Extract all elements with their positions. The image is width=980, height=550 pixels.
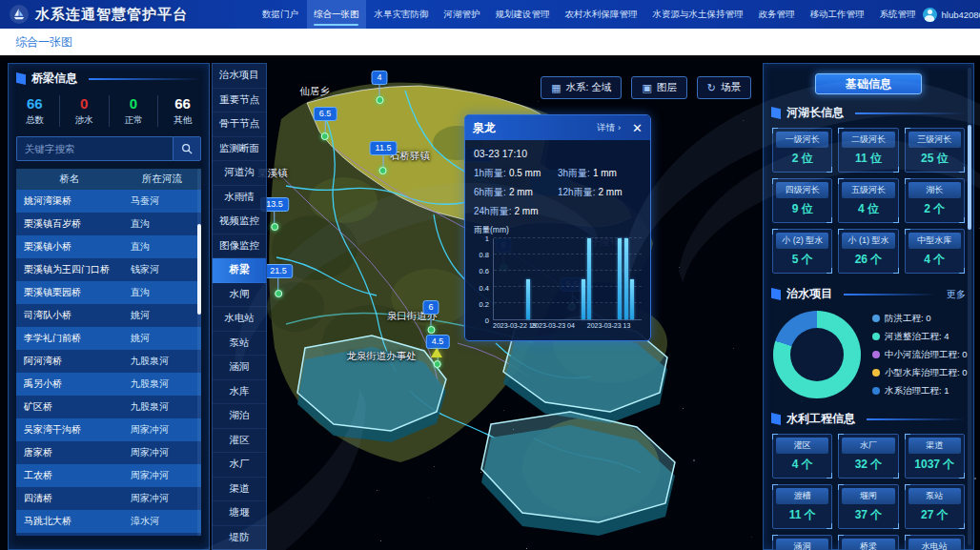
legend-dot-icon bbox=[872, 369, 880, 377]
info-card-渠道: 渠道1037 个 bbox=[905, 434, 965, 479]
table-row[interactable]: 唐家桥周家冲河 bbox=[16, 441, 201, 464]
metric-value: 2 mm bbox=[509, 187, 533, 197]
stat-label: 总数 bbox=[10, 114, 59, 127]
river-name-cell: 周家冲河 bbox=[123, 464, 201, 487]
metric-label: 1h雨量: bbox=[474, 168, 506, 178]
user-menu[interactable]: hlub42080201 ▾ bbox=[923, 8, 980, 22]
map-layer-menu: 治水项目重要节点骨干节点监测断面河道沟水雨情视频监控图像监控桥梁水闸水电站泵站涵… bbox=[212, 63, 267, 550]
nav-item-河湖管护[interactable]: 河湖管护 bbox=[438, 0, 487, 29]
nav-item-农村水利保障管理[interactable]: 农村水利保障管理 bbox=[559, 0, 644, 29]
layer-item-图像监控[interactable]: 图像监控 bbox=[213, 234, 266, 259]
layer-item-水库[interactable]: 水库 bbox=[213, 380, 266, 405]
table-row[interactable]: 国家电网杨家门口大桥漳水河 bbox=[16, 533, 201, 536]
popup-detail-link[interactable]: 详情 › bbox=[597, 122, 621, 134]
info-card-四级河长: 四级河长9 位 bbox=[772, 178, 832, 223]
table-row[interactable]: 吴家湾干沟桥周家冲河 bbox=[16, 418, 201, 441]
marker-value-badge: 11.5 bbox=[370, 141, 398, 155]
map-control-场景[interactable]: ↻场景 bbox=[697, 76, 751, 99]
layer-item-骨干节点[interactable]: 骨干节点 bbox=[213, 112, 266, 137]
layer-item-泵站[interactable]: 泵站 bbox=[213, 332, 266, 356]
y-tick-label: 0.4 bbox=[480, 283, 489, 292]
bridge-name-cell: 栗溪镇栗园桥 bbox=[16, 281, 123, 304]
layer-item-水闸[interactable]: 水闸 bbox=[213, 283, 266, 308]
stat-value: 66 bbox=[10, 95, 59, 112]
close-icon[interactable]: ✕ bbox=[632, 122, 643, 134]
legend-text: 中小河流治理工程: 0 bbox=[885, 349, 968, 361]
layer-item-湖泊[interactable]: 湖泊 bbox=[213, 404, 266, 429]
layer-item-河道沟[interactable]: 河道沟 bbox=[213, 161, 266, 186]
warning-triangle-marker[interactable] bbox=[431, 348, 442, 357]
search-button[interactable] bbox=[173, 136, 201, 161]
marker-stem bbox=[378, 85, 379, 96]
layers-icon: ▣ bbox=[642, 82, 651, 94]
breadcrumb[interactable]: 综合一张图 bbox=[15, 34, 72, 51]
station-marker[interactable]: 11.5 bbox=[370, 141, 398, 174]
bridge-name-cell: 司湾队小桥 bbox=[16, 304, 123, 327]
nav-item-综合一张图[interactable]: 综合一张图 bbox=[307, 0, 366, 29]
table-row[interactable]: 禹另小桥九股泉河 bbox=[16, 373, 201, 396]
layer-item-治水项目[interactable]: 治水项目 bbox=[213, 64, 266, 89]
layer-item-塘堰[interactable]: 塘堰 bbox=[213, 501, 266, 526]
legend-text: 水系治理工程: 1 bbox=[885, 385, 949, 397]
layer-item-桥梁[interactable]: 桥梁 bbox=[213, 258, 266, 283]
layer-item-视频监控[interactable]: 视频监控 bbox=[213, 210, 266, 234]
popup-body: 03-23 17:10 1h雨量:0.5 mm3h雨量:1 mm6h雨量:2 m… bbox=[465, 140, 650, 340]
layer-item-堤防[interactable]: 堤防 bbox=[213, 526, 266, 550]
nav-item-数据门户[interactable]: 数据门户 bbox=[255, 0, 305, 29]
river-name-cell: 姚河 bbox=[123, 304, 201, 327]
table-row[interactable]: 四清桥周家冲河 bbox=[16, 487, 201, 510]
table-row[interactable]: 工农桥周家冲河 bbox=[16, 464, 201, 487]
nav-item-移动工作管理[interactable]: 移动工作管理 bbox=[804, 0, 871, 29]
table-row[interactable]: 矿区桥九股泉河 bbox=[16, 396, 201, 418]
basic-info-button[interactable]: 基础信息 bbox=[815, 73, 922, 94]
table-row[interactable]: 李学礼门前桥姚河 bbox=[16, 327, 201, 350]
legend-item-河道整治工程: 河道整治工程: 4 bbox=[872, 331, 968, 343]
metric-label: 6h雨量: bbox=[474, 187, 506, 197]
layer-item-水电站[interactable]: 水电站 bbox=[213, 307, 266, 332]
table-row[interactable]: 栗溪镇小桥直沟 bbox=[16, 235, 201, 258]
table-scrollbar[interactable] bbox=[197, 169, 201, 536]
more-link[interactable]: 更多 bbox=[947, 288, 966, 301]
card-label: 涵洞 bbox=[776, 539, 828, 550]
nav-item-政务管理[interactable]: 政务管理 bbox=[752, 0, 802, 29]
station-marker[interactable]: 6.5 bbox=[314, 107, 337, 140]
table-row[interactable]: 阿河湾桥九股泉河 bbox=[16, 350, 201, 373]
marker-pin-icon bbox=[321, 132, 329, 140]
table-row[interactable]: 栗溪镇栗园桥直沟 bbox=[16, 281, 201, 304]
search-input[interactable] bbox=[16, 136, 173, 161]
panel-scrollbar[interactable] bbox=[968, 68, 971, 545]
scrollbar-thumb[interactable] bbox=[968, 125, 971, 230]
layer-item-灌区[interactable]: 灌区 bbox=[213, 429, 266, 454]
station-marker[interactable]: 6 bbox=[422, 300, 439, 334]
nav-item-水资源与水土保持管理[interactable]: 水资源与水土保持管理 bbox=[646, 0, 750, 29]
nav-item-规划建设管理[interactable]: 规划建设管理 bbox=[489, 0, 557, 29]
project-section-title: 治水项目 bbox=[786, 286, 832, 302]
layer-item-监测断面[interactable]: 监测断面 bbox=[213, 137, 266, 162]
main-nav-menu: 数据门户综合一张图水旱灾害防御河湖管护规划建设管理农村水利保障管理水资源与水土保… bbox=[255, 0, 923, 29]
station-marker[interactable]: 21.5 bbox=[264, 264, 293, 297]
layer-item-水厂[interactable]: 水厂 bbox=[213, 453, 266, 478]
column-header: 所在河流 bbox=[123, 169, 201, 190]
bridge-name-cell: 姚河湾渠桥 bbox=[16, 190, 123, 213]
table-row[interactable]: 司湾队小桥姚河 bbox=[16, 304, 201, 327]
map-control-水系: 全域[interactable]: ▦水系: 全域 bbox=[541, 76, 622, 99]
table-row[interactable]: 栗溪镇为王四门口桥钱家河 bbox=[16, 258, 201, 281]
map-control-图层[interactable]: ▣图层 bbox=[631, 76, 686, 99]
layer-item-重要节点[interactable]: 重要节点 bbox=[213, 89, 266, 113]
table-row[interactable]: 马跳北大桥漳水河 bbox=[16, 510, 201, 533]
layer-item-涵洞[interactable]: 涵洞 bbox=[213, 356, 266, 380]
table-row[interactable]: 姚河湾渠桥马蚕河 bbox=[16, 190, 201, 213]
table-row[interactable]: 栗溪镇百岁桥直沟 bbox=[16, 213, 201, 235]
popup-title: 泉龙 bbox=[473, 120, 591, 136]
layer-item-渠道[interactable]: 渠道 bbox=[213, 478, 266, 502]
layer-item-水雨情[interactable]: 水雨情 bbox=[213, 186, 266, 211]
card-label: 水厂 bbox=[842, 438, 894, 454]
scrollbar-thumb[interactable] bbox=[197, 224, 201, 315]
marker-stem bbox=[382, 155, 383, 167]
card-label: 桥梁 bbox=[842, 539, 894, 550]
nav-item-水旱灾害防御[interactable]: 水旱灾害防御 bbox=[368, 0, 436, 29]
station-marker[interactable]: 4 bbox=[371, 71, 387, 104]
legend-dot-icon bbox=[872, 387, 880, 395]
rainfall-bar bbox=[630, 279, 634, 320]
nav-item-系统管理[interactable]: 系统管理 bbox=[873, 0, 923, 29]
